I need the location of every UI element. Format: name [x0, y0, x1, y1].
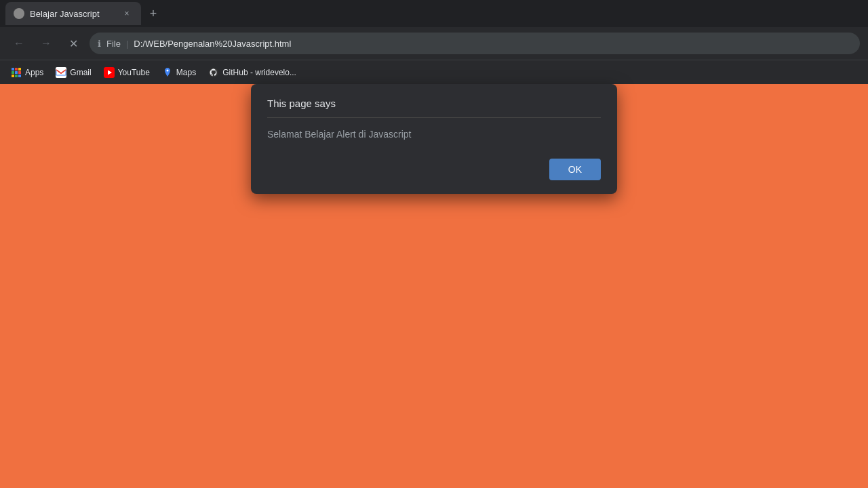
youtube-icon [104, 67, 115, 78]
bookmark-apps[interactable]: Apps [5, 64, 49, 81]
dialog-footer: OK [267, 153, 601, 180]
address-text: D:/WEB/Pengenalan%20Javascript.html [134, 39, 852, 49]
bookmark-youtube-label: YouTube [118, 68, 150, 77]
alert-dialog: This page says Selamat Belajar Alert di … [251, 84, 617, 194]
bookmark-github[interactable]: GitHub - wridevelo... [203, 64, 302, 81]
page-content: This page says Selamat Belajar Alert di … [0, 84, 868, 488]
bookmark-maps[interactable]: Maps [157, 64, 201, 81]
ok-button[interactable]: OK [549, 159, 601, 180]
lock-icon: ℹ [98, 39, 101, 49]
svg-rect-7 [12, 75, 14, 77]
svg-point-13 [166, 69, 168, 71]
svg-point-0 [16, 10, 22, 17]
svg-rect-4 [12, 71, 14, 74]
bookmark-gmail[interactable]: Gmail [50, 64, 96, 81]
file-label: File [106, 39, 121, 49]
bookmarks-bar: Apps Gmail YouTube [0, 60, 868, 84]
browser-window: Belajar Javascript × + ← → ✕ ℹ File | D:… [0, 0, 868, 488]
tab-close-button[interactable]: × [121, 7, 133, 20]
svg-rect-2 [15, 68, 18, 70]
reload-button[interactable]: ✕ [62, 33, 84, 54]
dialog-title: This page says [267, 98, 601, 109]
gmail-icon [56, 67, 66, 78]
maps-icon [162, 67, 173, 78]
active-tab[interactable]: Belajar Javascript × [5, 2, 141, 25]
svg-rect-5 [15, 71, 18, 74]
bookmark-gmail-label: Gmail [70, 68, 91, 77]
apps-icon [11, 67, 22, 78]
svg-rect-1 [12, 68, 14, 70]
title-bar: Belajar Javascript × + [0, 0, 868, 27]
tab-icon [14, 8, 24, 19]
github-icon [208, 67, 219, 78]
forward-button[interactable]: → [35, 33, 57, 54]
address-separator: | [126, 39, 128, 49]
dialog-divider [267, 117, 601, 118]
bookmark-maps-label: Maps [176, 68, 196, 77]
address-bar[interactable]: ℹ File | D:/WEB/Pengenalan%20Javascript.… [90, 33, 860, 54]
tab-title: Belajar Javascript [30, 9, 115, 19]
bookmark-youtube[interactable]: YouTube [98, 64, 155, 81]
svg-rect-8 [15, 75, 18, 77]
back-button[interactable]: ← [8, 33, 30, 54]
svg-rect-3 [18, 68, 21, 70]
dialog-message: Selamat Belajar Alert di Javascript [267, 129, 601, 140]
svg-rect-6 [18, 71, 21, 74]
bookmark-github-label: GitHub - wridevelo... [222, 68, 296, 77]
svg-rect-10 [56, 67, 66, 78]
nav-bar: ← → ✕ ℹ File | D:/WEB/Pengenalan%20Javas… [0, 27, 868, 60]
new-tab-button[interactable]: + [144, 4, 163, 23]
svg-rect-9 [18, 75, 21, 77]
bookmark-apps-label: Apps [25, 68, 43, 77]
